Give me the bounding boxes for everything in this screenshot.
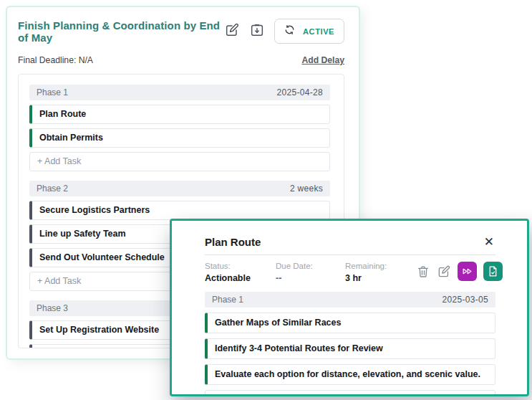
task-meta-row: Status:ActionableDue Date:--Remaining:3 … [205, 262, 495, 283]
task-title: Plan Route [205, 236, 261, 248]
add-delay-link[interactable]: Add Delay [301, 55, 344, 65]
phase-name: Phase 2 [37, 184, 68, 194]
task-card[interactable]: Plan Route [29, 105, 330, 124]
task-detail-panel: Plan Route ✕ Status:ActionableDue Date:-… [170, 219, 529, 396]
task-card[interactable]: Obtain Permits [29, 128, 330, 148]
meta-label: Due Date: [276, 262, 345, 270]
phase-header: Phase 12025-03-05 [205, 292, 495, 308]
fast-forward-icon[interactable] [458, 262, 477, 281]
meta-value: Actionable [205, 273, 276, 283]
deadline-row: Final Deadline: N/A Add Delay [18, 55, 344, 65]
plan-status-button[interactable]: ACTIVE [274, 19, 344, 44]
meta-value: -- [276, 273, 345, 283]
phase-meta: 2 weeks [290, 184, 323, 194]
meta-value: 3 hr [345, 273, 416, 283]
final-deadline-label: Final Deadline: N/A [18, 55, 93, 65]
task-meta-remaining: Remaining:3 hr [345, 262, 416, 283]
meta-label: Remaining: [345, 262, 416, 270]
phase-name: Phase 1 [212, 295, 243, 305]
task-detail-header: Plan Route ✕ [205, 236, 495, 255]
trash-icon[interactable] [416, 265, 430, 279]
phase-header: Phase 12025-04-28 [29, 85, 330, 100]
phase-name: Phase 1 [37, 87, 68, 97]
task-action-icons [416, 262, 503, 281]
plan-header-actions: ACTIVE [224, 19, 344, 44]
refresh-icon [284, 24, 295, 38]
task-card[interactable]: Secure Logistics Partners [29, 201, 330, 220]
edit-icon[interactable] [437, 265, 451, 279]
status-badge: ACTIVE [303, 27, 334, 36]
task-detail-phase-list: Phase 12025-03-05Gather Maps of Similar … [205, 292, 495, 396]
stage: Finish Planning & Coordination by End of… [0, 0, 532, 400]
plan-title: Finish Planning & Coordination by End of… [18, 19, 224, 44]
document-check-icon[interactable] [483, 262, 503, 281]
task-card[interactable]: Identify 3-4 Potential Routes for Review [205, 338, 495, 359]
phase-meta: 2025-03-05 [442, 295, 488, 305]
phase-meta: 2025-04-28 [277, 87, 323, 97]
task-card[interactable]: Gather Maps of Similar Races [205, 313, 495, 333]
phase-name: Phase 3 [37, 303, 68, 313]
close-icon[interactable]: ✕ [483, 236, 495, 248]
pencil-square-icon [224, 22, 240, 40]
meta-label: Status: [205, 262, 276, 270]
add-task-button[interactable] [205, 390, 495, 396]
add-task-button[interactable]: + Add Task [29, 152, 330, 171]
task-meta-status: Status:Actionable [205, 262, 276, 283]
export-plan-button[interactable] [249, 22, 265, 40]
box-arrow-down-icon [249, 22, 265, 40]
phase-header: Phase 22 weeks [29, 181, 330, 196]
plan-header: Finish Planning & Coordination by End of… [18, 19, 344, 44]
edit-plan-button[interactable] [224, 22, 240, 40]
task-meta-columns: Status:ActionableDue Date:--Remaining:3 … [205, 262, 416, 283]
task-card[interactable]: Evaluate each option for distance, eleva… [205, 364, 495, 385]
task-meta-duedate: Due Date:-- [276, 262, 345, 283]
